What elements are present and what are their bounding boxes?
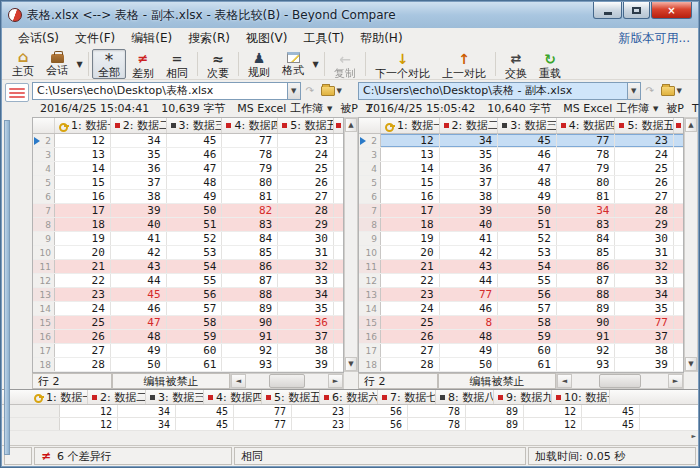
grid-cell[interactable]: 46	[167, 148, 223, 161]
grid-cell[interactable]: 88	[557, 288, 616, 301]
column-header-3[interactable]: 3: 数据三	[167, 118, 223, 133]
grid-cell[interactable]: 61	[498, 358, 557, 371]
grid-cell[interactable]: 22	[55, 274, 111, 287]
left-browse-button[interactable]: ▼	[319, 85, 344, 97]
table-row[interactable]: 41436477925	[33, 162, 343, 176]
grid-cell[interactable]: 81	[557, 190, 616, 203]
grid-cell[interactable]: 43	[440, 260, 499, 273]
grid-cell[interactable]: 16	[55, 190, 111, 203]
detail-column-header-7[interactable]: 7: 数据七	[378, 390, 436, 404]
grid-cell[interactable]: 59	[498, 330, 557, 343]
column-header-3[interactable]: 3: 数据三	[498, 118, 557, 133]
all-button[interactable]: *全部	[92, 49, 126, 79]
grid-cell[interactable]: 14	[55, 162, 111, 175]
grid-cell[interactable]: 33	[615, 274, 674, 287]
grid-cell[interactable]: 38	[278, 344, 334, 357]
table-row[interactable]: 182850619339	[359, 358, 683, 372]
table-row[interactable]: 142446578935	[33, 302, 343, 316]
grid-cell[interactable]: 26	[55, 330, 111, 343]
grid-cell[interactable]: 23	[615, 134, 674, 147]
right-vertical-scrollbar[interactable]: ▲ ▼	[684, 80, 698, 389]
table-row[interactable]: 162648599137	[33, 330, 343, 344]
grid-cell[interactable]: 79	[557, 162, 616, 175]
grid-cell[interactable]: 93	[222, 358, 278, 371]
grid-cell[interactable]: 37	[278, 330, 334, 343]
grid-cell[interactable]: 34	[615, 288, 674, 301]
table-row[interactable]: 152547589036	[33, 316, 343, 330]
grid-cell[interactable]: 79	[222, 162, 278, 175]
grid-cell[interactable]: 48	[111, 330, 167, 343]
grid-cell[interactable]: 21	[381, 260, 440, 273]
detail-column-header-1[interactable]: 1: 数据一	[30, 390, 88, 404]
grid-cell[interactable]: 27	[278, 190, 334, 203]
grid-cell[interactable]: 55	[167, 274, 223, 287]
grid-cell[interactable]: 80	[222, 176, 278, 189]
prev-button[interactable]: ↑上一对比	[436, 49, 492, 79]
detail-column-header-4[interactable]: 4: 数据四	[204, 390, 262, 404]
grid-cell[interactable]: 17	[55, 204, 111, 217]
grid-cell[interactable]: 87	[222, 274, 278, 287]
grid-cell[interactable]: 42	[111, 246, 167, 259]
grid-cell[interactable]: 27	[381, 344, 440, 357]
grid-cell[interactable]: 34	[278, 288, 334, 301]
rules-button[interactable]: ♟规则	[242, 49, 276, 79]
grid-cell[interactable]: 25	[55, 316, 111, 329]
minor-button[interactable]: ≈次要	[201, 49, 235, 79]
grid-cell[interactable]: 39	[615, 358, 674, 371]
minimize-button[interactable]	[593, 2, 622, 19]
table-row[interactable]: 112143548632	[33, 260, 343, 274]
table-row[interactable]: 31335467824	[359, 148, 683, 162]
grid-cell[interactable]: 12	[55, 134, 111, 147]
grid-cell[interactable]: 84	[557, 232, 616, 245]
grid-cell[interactable]: 77	[615, 316, 674, 329]
grid-cell[interactable]: 78	[557, 148, 616, 161]
scroll-right-icon[interactable]: ►	[668, 374, 683, 388]
column-header-5[interactable]: 5: 数据五	[278, 118, 334, 133]
detail-column-header-2[interactable]: 2: 数据二	[88, 390, 146, 404]
title-bar[interactable]: 表格.xlsx <--> 表格 - 副本.xlsx - 表格比较(B) - Be…	[2, 2, 698, 28]
grid-cell[interactable]: 12	[381, 134, 440, 147]
grid-cell[interactable]: 34	[440, 134, 499, 147]
right-format-dropdown[interactable]: MS Excel 工作簿	[563, 101, 649, 116]
grid-cell[interactable]: 44	[111, 274, 167, 287]
detail-column-header-9[interactable]: 9: 数据九	[494, 390, 552, 404]
table-row[interactable]: 172749609238	[33, 344, 343, 358]
table-row[interactable]: 41436477925	[359, 162, 683, 176]
grid-cell[interactable]: 82	[222, 204, 278, 217]
grid-cell[interactable]: 19	[55, 232, 111, 245]
table-row[interactable]: 51537488026	[359, 176, 683, 190]
grid-cell[interactable]: 35	[111, 148, 167, 161]
grid-cell[interactable]: 26	[615, 176, 674, 189]
grid-cell[interactable]: 85	[557, 246, 616, 259]
scroll-right-icon[interactable]: ►	[691, 432, 696, 439]
table-row[interactable]: 132345568834	[33, 288, 343, 302]
grid-cell[interactable]: 49	[440, 344, 499, 357]
grid-cell[interactable]: 49	[167, 190, 223, 203]
grid-cell[interactable]: 39	[111, 204, 167, 217]
right-path-input[interactable]: C:\Users\echo\Desktop\表格 - 副本.xlsx	[358, 82, 628, 100]
grid-cell[interactable]: 16	[381, 190, 440, 203]
grid-cell[interactable]: 90	[557, 316, 616, 329]
grid-cell[interactable]: 89	[222, 302, 278, 315]
grid-cell[interactable]: 46	[498, 148, 557, 161]
session-dropdown[interactable]: ▼	[74, 49, 85, 79]
grid-cell[interactable]: 77	[222, 134, 278, 147]
grid-cell[interactable]: 84	[222, 232, 278, 245]
scroll-down-icon[interactable]: ▼	[345, 357, 357, 371]
grid-cell[interactable]: 36	[440, 162, 499, 175]
grid-cell[interactable]: 38	[111, 190, 167, 203]
column-header-1[interactable]: 1: 数据一	[55, 118, 111, 133]
table-row[interactable]: 172749609238	[359, 344, 683, 358]
grid-cell[interactable]: 50	[440, 358, 499, 371]
menu-edit[interactable]: 编辑(E)	[123, 28, 180, 49]
table-row[interactable]: 21234457723	[359, 134, 683, 148]
table-row[interactable]: 61638498127	[33, 190, 343, 204]
grid-cell[interactable]: 50	[111, 358, 167, 371]
table-row[interactable]: 122244558733	[359, 274, 683, 288]
grid-cell[interactable]: 32	[615, 260, 674, 273]
grid-cell[interactable]: 13	[381, 148, 440, 161]
grid-cell[interactable]: 52	[167, 232, 223, 245]
detail-column-header-6[interactable]: 6: 数据六	[320, 390, 378, 404]
grid-cell[interactable]: 77	[440, 288, 499, 301]
grid-cell[interactable]: 41	[440, 232, 499, 245]
